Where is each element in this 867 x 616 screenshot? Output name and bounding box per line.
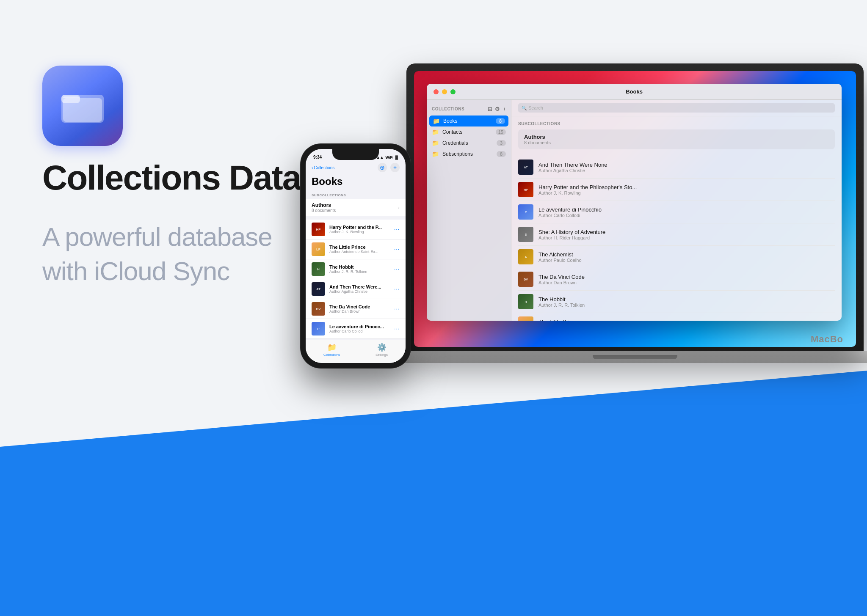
macbook-mockup: Books Collections ⊞ ⚙ + bbox=[406, 63, 867, 363]
sidebar-grid-icon[interactable]: ⊞ bbox=[488, 106, 492, 112]
sidebar-gear-icon[interactable]: ⚙ bbox=[495, 106, 500, 112]
book-title: The Da Vinci Code bbox=[329, 304, 390, 309]
svg-rect-3 bbox=[63, 98, 102, 122]
sidebar-item-books[interactable]: 📁 Books 8 bbox=[429, 116, 508, 126]
iphone-page-title: Books bbox=[312, 176, 400, 187]
book-author: Author Dan Brown bbox=[329, 309, 390, 314]
list-item[interactable]: LP The Little Prince Author Antoine de S… bbox=[306, 239, 406, 259]
window-title: Books bbox=[626, 88, 643, 95]
tab-collections[interactable]: 📁 Collections bbox=[323, 343, 340, 357]
authors-title: Authors bbox=[524, 134, 829, 140]
more-icon[interactable]: ··· bbox=[394, 246, 400, 252]
sidebar-add-icon[interactable]: + bbox=[503, 106, 506, 112]
macbook-brand-label: MacBo bbox=[811, 334, 843, 345]
mac-list-item[interactable]: S She: A History of Adventure Author H. … bbox=[518, 223, 835, 246]
authors-subcollection[interactable]: Authors 8 documents bbox=[518, 129, 835, 149]
collection-name: Books bbox=[443, 118, 492, 124]
book-author: Author H. Rider Haggard bbox=[538, 235, 835, 240]
window-titlebar: Books bbox=[427, 84, 842, 100]
iphone-notch bbox=[332, 149, 379, 160]
book-title: Le avventure di Pinocc... bbox=[329, 324, 390, 329]
nav-back-button[interactable]: ‹ Collections bbox=[312, 165, 334, 170]
book-author: Author Carlo Collodi bbox=[538, 213, 835, 218]
book-info: The Hobbit Author J. R. R. Tolkien bbox=[329, 264, 390, 274]
mac-list-item[interactable]: DV The Da Vinci Code Author Dan Brown bbox=[518, 268, 835, 291]
mac-list-item[interactable]: A The Alchemist Author Paulo Coelho bbox=[518, 246, 835, 268]
book-title: The Little Prince bbox=[538, 319, 835, 321]
book-info: The Da Vinci Code Author Dan Brown bbox=[329, 304, 390, 314]
authors-document-count: 8 documents bbox=[524, 140, 829, 145]
book-cover-hobbit: H bbox=[312, 262, 325, 276]
nav-add-button[interactable]: + bbox=[390, 163, 400, 172]
collection-name: Subscriptions bbox=[442, 151, 493, 157]
wifi-icon: WiFi bbox=[386, 155, 394, 160]
more-icon[interactable]: ··· bbox=[394, 306, 400, 312]
book-title: The Hobbit bbox=[329, 264, 390, 270]
book-title: Harry Potter and the Philosopher's Sto..… bbox=[538, 184, 835, 190]
iphone-page-title-area: Books bbox=[306, 175, 406, 191]
more-icon[interactable]: ··· bbox=[394, 226, 400, 232]
book-title: And Then There Were None bbox=[538, 162, 835, 168]
more-icon[interactable]: ··· bbox=[394, 286, 400, 292]
sidebar-item-credentials[interactable]: 📁 Credentials 3 bbox=[427, 138, 511, 148]
book-title: Harry Potter and the P... bbox=[329, 225, 390, 230]
book-cover: HP bbox=[518, 182, 533, 197]
mac-list-item[interactable]: AT And Then There Were None Author Agath… bbox=[518, 156, 835, 179]
mac-list-item[interactable]: HP Harry Potter and the Philosopher's St… bbox=[518, 179, 835, 201]
book-title: The Da Vinci Code bbox=[538, 274, 835, 280]
app-icon bbox=[42, 66, 123, 146]
book-author: Author J. R. R. Tolkien bbox=[329, 270, 390, 274]
minimize-window-button[interactable] bbox=[442, 89, 447, 94]
close-window-button[interactable] bbox=[434, 89, 439, 94]
list-item[interactable]: HP Harry Potter and the P... Author J. K… bbox=[306, 220, 406, 239]
collection-count: 3 bbox=[497, 140, 506, 146]
book-cover: H bbox=[518, 294, 533, 309]
book-title: The Alchemist bbox=[538, 251, 835, 258]
book-info: Harry Potter and the Philosopher's Sto..… bbox=[538, 184, 835, 195]
mac-search-bar[interactable]: 🔍 Search bbox=[518, 103, 835, 113]
subcollections-label: SUBCOLLECTIONS bbox=[306, 191, 406, 199]
book-author: Author Carlo Collodi bbox=[329, 329, 390, 333]
more-icon[interactable]: ··· bbox=[394, 266, 400, 272]
list-item[interactable]: DV The Da Vinci Code Author Dan Brown ··… bbox=[306, 299, 406, 319]
nav-circle-plus-icon[interactable]: ⊕ bbox=[378, 163, 387, 172]
authors-row[interactable]: Authors 8 documents › bbox=[306, 199, 406, 216]
book-cover-lp: LP bbox=[312, 242, 325, 256]
subcollections-section-label: SUBCOLLECTIONS bbox=[518, 121, 835, 126]
app-subtitle: A powerful database with iCloud Sync bbox=[42, 220, 272, 288]
list-item[interactable]: AT And Then There Were... Author Agatha … bbox=[306, 279, 406, 299]
book-title: The Little Prince bbox=[329, 245, 390, 250]
mac-list-item[interactable]: H The Hobbit Author J. R. R. Tolkien bbox=[518, 291, 835, 313]
folder-icon: 📁 bbox=[433, 118, 440, 124]
list-item[interactable]: H The Hobbit Author J. R. R. Tolkien ··· bbox=[306, 259, 406, 279]
list-item[interactable]: P Le avventure di Pinocc... Author Carlo… bbox=[306, 319, 406, 339]
search-placeholder: Search bbox=[528, 105, 543, 110]
iphone-nav: ‹ Collections ⊕ + bbox=[306, 161, 406, 175]
book-cover-hp: HP bbox=[312, 223, 325, 236]
more-icon[interactable]: ··· bbox=[394, 326, 400, 332]
authors-name: Authors bbox=[312, 202, 336, 208]
mac-list-item[interactable]: LP The Little Prince Author Antoine de S… bbox=[518, 313, 835, 321]
iphone-device: 9:34 ▲▲▲ WiFi ▓ ‹ Collections ⊕ + bbox=[301, 144, 411, 368]
collection-count: 15 bbox=[496, 129, 506, 135]
macbook-hinge bbox=[593, 355, 677, 359]
sidebar-item-contacts[interactable]: 📁 Contacts 15 bbox=[427, 126, 511, 138]
iphone-book-list: HP Harry Potter and the P... Author J. K… bbox=[306, 220, 406, 339]
book-cover: S bbox=[518, 227, 533, 242]
battery-icon: ▓ bbox=[395, 155, 398, 160]
book-title: The Hobbit bbox=[538, 296, 835, 302]
macos-window: Books Collections ⊞ ⚙ + bbox=[427, 84, 842, 321]
tab-settings[interactable]: ⚙️ Settings bbox=[376, 343, 388, 357]
settings-tab-label: Settings bbox=[376, 353, 388, 357]
tab-bar: 📁 Collections ⚙️ Settings bbox=[306, 340, 406, 363]
sidebar-item-subscriptions[interactable]: 📁 Subscriptions 8 bbox=[427, 148, 511, 160]
book-author: Author Agatha Christie bbox=[329, 289, 390, 294]
settings-tab-icon: ⚙️ bbox=[377, 343, 387, 352]
folder-icon: 📁 bbox=[432, 151, 439, 157]
book-cover: LP bbox=[518, 316, 533, 321]
mac-list-item[interactable]: P Le avventure di Pinocchio Author Carlo… bbox=[518, 201, 835, 223]
mac-toolbar: 🔍 Search bbox=[511, 100, 842, 116]
maximize-window-button[interactable] bbox=[450, 89, 456, 94]
book-info: The Hobbit Author J. R. R. Tolkien bbox=[538, 296, 835, 308]
macbook-bezel: Books Collections ⊞ ⚙ + bbox=[414, 71, 856, 347]
